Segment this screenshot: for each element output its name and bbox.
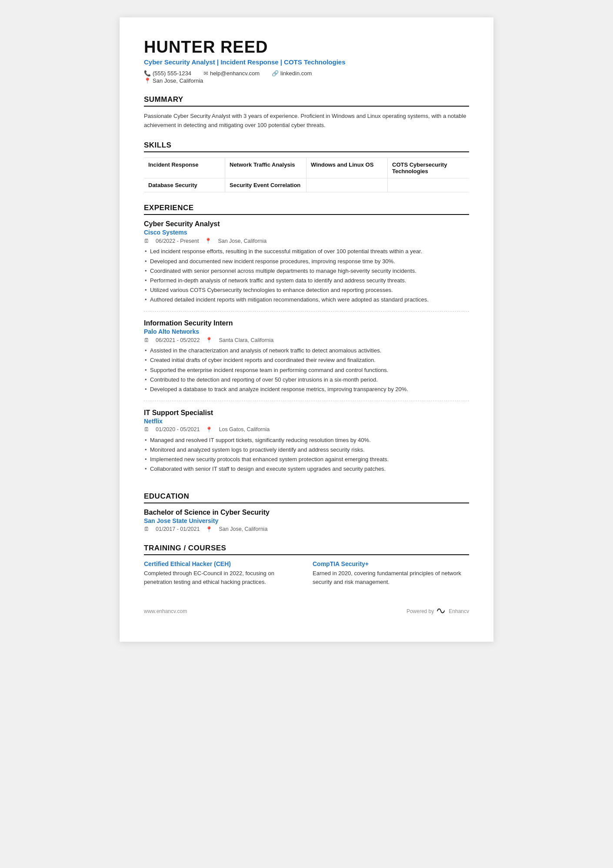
brand-name: Enhancv [449, 608, 469, 614]
edu-dates: 01/2017 - 01/2021 [156, 526, 200, 532]
bullet-pa-3: Supported the enterprise incident respon… [144, 366, 469, 375]
footer-website: www.enhancv.com [144, 608, 187, 614]
education-section: EDUCATION Bachelor of Science in Cyber S… [144, 492, 469, 533]
edu-location-pin: 📍 [206, 526, 213, 533]
email-contact: ✉ help@enhancv.com [203, 70, 260, 77]
skill-windows-linux: Windows and Linux OS [306, 158, 388, 178]
bullet-nf-1: Managed and resolved IT support tickets,… [144, 436, 469, 445]
job-title-netflix: IT Support Specialist [144, 409, 469, 417]
edu-school: San Jose State University [144, 517, 469, 524]
phone-number: (555) 555-1234 [153, 70, 191, 77]
bullet-cisco-2: Developed and documented new incident re… [144, 257, 469, 266]
job-cisco: Cyber Security Analyst Cisco Systems 🗓 0… [144, 220, 469, 312]
linkedin-icon: 🔗 [272, 70, 279, 77]
training-grid: Certified Ethical Hacker (CEH) Completed… [144, 560, 469, 586]
course-comptia-title: CompTIA Security+ [313, 560, 469, 567]
course-ceh-desc: Completed through EC-Council in 2022, fo… [144, 569, 300, 586]
calendar-icon-cisco: 🗓 [144, 238, 150, 244]
powered-by-label: Powered by [406, 608, 434, 614]
bullet-nf-3: Implemented new security protocols that … [144, 455, 469, 464]
bullet-cisco-4: Performed in-depth analysis of network t… [144, 276, 469, 285]
experience-title: EXPERIENCE [144, 204, 469, 215]
location-pin-paloalto: 📍 [206, 337, 213, 343]
bullet-nf-2: Monitored and analyzed system logs to pr… [144, 446, 469, 454]
phone-contact: 📞 (555) 555-1234 [144, 70, 191, 77]
email-address: help@enhancv.com [210, 70, 260, 77]
resume-page: HUNTER REED Cyber Security Analyst | Inc… [120, 17, 493, 642]
calendar-icon-netflix: 🗓 [144, 426, 150, 432]
job-dates-cisco: 06/2022 - Present [156, 238, 199, 244]
skill-network-traffic: Network Traffic Analysis [225, 158, 306, 178]
header: HUNTER REED Cyber Security Analyst | Inc… [144, 38, 469, 84]
company-netflix: Netflix [144, 418, 469, 425]
footer-brand: Powered by Enhancv [406, 607, 469, 616]
skills-title: SKILLS [144, 141, 469, 152]
bullet-pa-5: Developed a database to track and analyz… [144, 385, 469, 394]
job-netflix: IT Support Specialist Netflix 🗓 01/2020 … [144, 409, 469, 481]
job-meta-netflix: 🗓 01/2020 - 05/2021 📍 Los Gatos, Califor… [144, 426, 469, 433]
training-section: TRAINING / COURSES Certified Ethical Hac… [144, 544, 469, 586]
job-meta-paloalto: 🗓 06/2021 - 05/2022 📍 Santa Clara, Calif… [144, 337, 469, 343]
email-icon: ✉ [203, 70, 208, 77]
job-title-paloalto: Information Security Intern [144, 319, 469, 327]
skill-empty-1 [306, 178, 388, 192]
bullet-pa-2: Created initial drafts of cyber incident… [144, 356, 469, 365]
bullet-pa-1: Assisted in the characterization and ana… [144, 346, 469, 355]
location-pin-cisco: 📍 [205, 238, 212, 244]
skill-database-security: Database Security [144, 178, 225, 192]
header-contacts: 📞 (555) 555-1234 ✉ help@enhancv.com 🔗 li… [144, 70, 469, 77]
skill-event-correlation: Security Event Correlation [225, 178, 306, 192]
enhancv-logo-icon [436, 607, 446, 616]
job-meta-cisco: 🗓 06/2022 - Present 📍 San Jose, Californ… [144, 238, 469, 244]
course-ceh: Certified Ethical Hacker (CEH) Completed… [144, 560, 300, 586]
job-bullets-cisco: Led incident response efforts, resulting… [144, 247, 469, 304]
bullet-pa-4: Contributed to the detection and reporti… [144, 375, 469, 384]
bullet-nf-4: Collaborated with senior IT staff to des… [144, 465, 469, 473]
bullet-cisco-1: Led incident response efforts, resulting… [144, 247, 469, 256]
edu-location: San Jose, California [219, 526, 267, 532]
location-text: San Jose, California [153, 77, 203, 84]
skills-grid: Incident Response Network Traffic Analys… [144, 158, 469, 192]
job-bullets-paloalto: Assisted in the characterization and ana… [144, 346, 469, 394]
edu-meta: 🗓 01/2017 - 01/2021 📍 San Jose, Californ… [144, 526, 469, 533]
experience-section: EXPERIENCE Cyber Security Analyst Cisco … [144, 204, 469, 480]
location-pin-netflix: 📍 [206, 426, 213, 433]
course-ceh-title: Certified Ethical Hacker (CEH) [144, 560, 300, 567]
summary-section: SUMMARY Passionate Cyber Security Analys… [144, 95, 469, 130]
job-dates-netflix: 01/2020 - 05/2021 [156, 426, 200, 432]
skill-incident-response: Incident Response [144, 158, 225, 178]
skills-section: SKILLS Incident Response Network Traffic… [144, 141, 469, 192]
linkedin-url: linkedin.com [280, 70, 312, 77]
edu-calendar-icon: 🗓 [144, 526, 150, 532]
summary-title: SUMMARY [144, 95, 469, 107]
job-dates-paloalto: 06/2021 - 05/2022 [156, 337, 200, 343]
course-comptia-desc: Earned in 2020, covering fundamental pri… [313, 569, 469, 586]
company-cisco: Cisco Systems [144, 229, 469, 236]
location-contact: 📍 San Jose, California [144, 77, 469, 84]
education-title: EDUCATION [144, 492, 469, 503]
page-footer: www.enhancv.com Powered by Enhancv [144, 607, 469, 616]
bullet-cisco-6: Authored detailed incident reports with … [144, 295, 469, 304]
linkedin-contact[interactable]: 🔗 linkedin.com [272, 70, 312, 77]
candidate-name: HUNTER REED [144, 38, 469, 57]
job-location-cisco: San Jose, California [218, 238, 267, 244]
phone-icon: 📞 [144, 70, 151, 77]
bullet-cisco-5: Utilized various COTS Cybersecurity tech… [144, 286, 469, 295]
skill-empty-2 [388, 178, 469, 192]
company-paloalto: Palo Alto Networks [144, 328, 469, 335]
job-title-cisco: Cyber Security Analyst [144, 220, 469, 228]
course-comptia: CompTIA Security+ Earned in 2020, coveri… [313, 560, 469, 586]
location-pin-icon: 📍 [144, 77, 151, 84]
skill-cots: COTS Cybersecurity Technologies [388, 158, 469, 178]
job-location-paloalto: Santa Clara, California [219, 337, 273, 343]
candidate-title: Cyber Security Analyst | Incident Respon… [144, 58, 469, 66]
summary-text: Passionate Cyber Security Analyst with 3… [144, 112, 469, 130]
edu-degree: Bachelor of Science in Cyber Security [144, 509, 469, 516]
training-title: TRAINING / COURSES [144, 544, 469, 555]
job-location-netflix: Los Gatos, California [219, 426, 270, 432]
job-paloalto: Information Security Intern Palo Alto Ne… [144, 319, 469, 401]
calendar-icon-paloalto: 🗓 [144, 337, 150, 343]
job-bullets-netflix: Managed and resolved IT support tickets,… [144, 436, 469, 474]
bullet-cisco-3: Coordinated with senior personnel across… [144, 267, 469, 275]
